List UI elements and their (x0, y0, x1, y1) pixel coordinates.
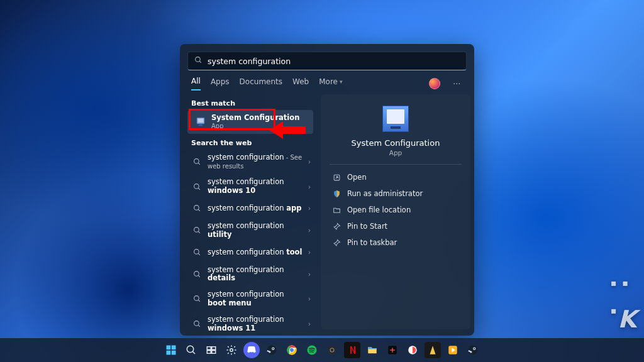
svg-rect-27 (172, 351, 176, 355)
web-result[interactable]: system configuration windows 10 › (184, 174, 317, 199)
svg-point-44 (328, 346, 336, 354)
tab-apps[interactable]: Apps (211, 77, 230, 90)
svg-point-14 (194, 250, 199, 255)
app-icon[interactable] (384, 342, 401, 358)
taskbar-search-button[interactable] (183, 342, 199, 358)
svg-marker-48 (430, 346, 436, 354)
preview-pane: System Configuration App Open Run as adm… (321, 94, 470, 329)
discord-app-icon[interactable] (243, 342, 260, 358)
action-open[interactable]: Open (330, 170, 462, 185)
chevron-down-icon: ▾ (340, 79, 343, 85)
svg-point-6 (194, 159, 199, 164)
chrome-app-icon[interactable] (284, 342, 300, 358)
svg-line-11 (198, 210, 200, 212)
chevron-right-icon: › (308, 227, 311, 234)
app-icon[interactable] (324, 342, 340, 358)
app-icon[interactable] (404, 342, 421, 358)
settings-app-icon[interactable] (223, 342, 240, 358)
svg-point-0 (196, 57, 201, 62)
steam-app-icon[interactable] (465, 342, 481, 358)
svg-point-53 (474, 348, 475, 349)
svg-point-51 (469, 346, 478, 355)
svg-line-7 (198, 163, 200, 165)
start-button[interactable] (163, 342, 179, 358)
web-result[interactable]: system configuration details › (184, 262, 317, 287)
search-filter-tabs: All Apps Documents Web More ▾ ⋯ (180, 74, 474, 90)
spotify-app-icon[interactable] (304, 342, 320, 358)
chevron-right-icon: › (308, 205, 311, 212)
web-result[interactable]: system configuration windows 11 › (184, 312, 317, 336)
app-icon[interactable] (425, 342, 441, 358)
svg-point-10 (194, 206, 199, 211)
action-pin-to-taskbar[interactable]: Pin to taskbar (330, 235, 462, 250)
preview-subtitle: App (389, 149, 402, 156)
search-icon (191, 319, 203, 330)
tab-documents[interactable]: Documents (240, 77, 282, 90)
tab-web[interactable]: Web (292, 77, 309, 90)
svg-point-16 (194, 272, 199, 277)
web-result[interactable]: system configuration boot menu › (184, 287, 317, 312)
svg-point-37 (272, 348, 274, 349)
more-options-button[interactable]: ⋯ (450, 79, 463, 88)
taskbar (0, 338, 644, 362)
preview-title: System Configuration (352, 138, 440, 148)
tab-all[interactable]: All (191, 77, 201, 90)
action-pin-to-start[interactable]: Pin to Start (330, 219, 462, 234)
svg-line-15 (198, 253, 200, 255)
svg-point-28 (187, 346, 194, 353)
user-avatar[interactable] (429, 78, 440, 89)
search-the-web-label: Search the web (184, 134, 317, 150)
svg-rect-4 (199, 124, 203, 126)
svg-line-17 (198, 275, 200, 277)
action-open-file-location[interactable]: Open file location (330, 202, 462, 217)
chevron-right-icon: › (308, 295, 311, 302)
svg-rect-26 (167, 351, 171, 355)
best-match-subtitle: App (211, 123, 307, 130)
search-icon (191, 156, 203, 168)
svg-rect-5 (198, 125, 203, 126)
svg-point-12 (194, 228, 199, 233)
search-input[interactable] (208, 57, 460, 66)
file-explorer-icon[interactable] (364, 342, 380, 358)
svg-rect-33 (212, 351, 216, 354)
svg-rect-25 (172, 346, 176, 350)
svg-point-41 (290, 348, 294, 352)
search-icon (191, 247, 203, 258)
shield-icon (332, 190, 341, 198)
svg-line-21 (198, 325, 200, 327)
svg-rect-32 (207, 351, 211, 354)
action-run-as-admin[interactable]: Run as administrator (330, 186, 462, 201)
watermark: ▪ ▪▪K (611, 278, 635, 333)
svg-point-34 (230, 349, 233, 352)
web-result[interactable]: system configuration - See web results › (184, 150, 317, 175)
open-icon (332, 173, 341, 182)
svg-point-18 (194, 296, 199, 301)
search-icon (191, 203, 203, 214)
folder-icon (332, 206, 341, 214)
web-result[interactable]: system configuration tool › (184, 243, 317, 262)
search-bar[interactable] (187, 52, 467, 70)
best-match-result[interactable]: System Configuration App (187, 110, 313, 134)
svg-line-19 (198, 300, 200, 302)
search-icon (191, 225, 203, 236)
search-icon (194, 56, 203, 66)
web-result[interactable]: system configuration utility › (184, 218, 317, 243)
web-result[interactable]: system configuration app › (184, 199, 317, 218)
msconfig-icon (195, 116, 206, 128)
chevron-right-icon: › (308, 158, 311, 165)
steam-app-icon[interactable] (264, 342, 280, 358)
search-icon (191, 293, 203, 305)
task-view-button[interactable] (203, 342, 219, 358)
start-search-panel: All Apps Documents Web More ▾ ⋯ Best mat… (180, 44, 474, 336)
results-column: Best match System Configuration App Sear… (184, 94, 317, 329)
svg-line-13 (198, 231, 200, 233)
chevron-right-icon: › (308, 271, 311, 278)
svg-line-1 (199, 61, 201, 63)
best-match-label: Best match (184, 94, 317, 110)
svg-point-35 (267, 346, 277, 355)
chevron-right-icon: › (308, 321, 311, 327)
netflix-app-icon[interactable] (344, 342, 360, 358)
chevron-right-icon: › (308, 249, 311, 256)
tab-more[interactable]: More ▾ (319, 77, 342, 90)
app-icon[interactable] (445, 342, 461, 358)
